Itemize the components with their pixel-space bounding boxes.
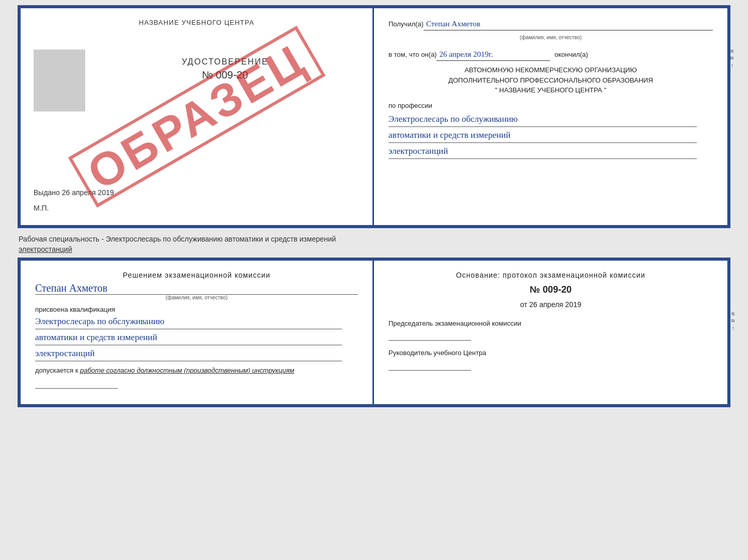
head-label: Руководитель учебного Центра bbox=[388, 348, 713, 358]
admitted-text: работе согласно должностным (производств… bbox=[80, 366, 294, 374]
qual-line1: Электрослесарь по обслуживанию bbox=[35, 315, 342, 329]
cert-number: № 009-20 bbox=[90, 69, 360, 81]
admitted-label: допускается к работе согласно должностны… bbox=[35, 366, 358, 374]
org-line2: ДОПОЛНИТЕЛЬНОГО ПРОФЕССИОНАЛЬНОГО ОБРАЗО… bbox=[388, 75, 713, 86]
qual-line3: электростанций bbox=[35, 347, 342, 361]
inthat-label: в том, что он(а) bbox=[388, 50, 437, 60]
cert-middle: УДОСТОВЕРЕНИЕ № 009-20 bbox=[90, 57, 360, 81]
top-doc-left: НАЗВАНИЕ УЧЕБНОГО ЦЕНТРА УДОСТОВЕРЕНИЕ №… bbox=[21, 8, 374, 225]
issued-date: 26 апреля 2019 bbox=[62, 188, 114, 197]
finished-label: окончил(а) bbox=[554, 50, 588, 60]
received-name: Степан Ахметов bbox=[424, 18, 713, 30]
qual-line2: автоматики и средств измерений bbox=[35, 331, 342, 345]
date-value-top: 26 апреля 2019г. bbox=[437, 48, 550, 61]
head-sign-line bbox=[388, 360, 471, 371]
top-left-title: НАЗВАНИЕ УЧЕБНОГО ЦЕНТРА bbox=[34, 19, 360, 26]
protocol-num: № 009-20 bbox=[388, 284, 713, 295]
subtitle-line2: электростанций bbox=[19, 245, 72, 253]
received-row: Получил(а) Степан Ахметов bbox=[388, 18, 713, 30]
profession-line3: электростанций bbox=[388, 145, 697, 159]
cert-title: УДОСТОВЕРЕНИЕ bbox=[90, 57, 360, 67]
komissia-title: Решением экзаменационной комиссии bbox=[35, 271, 358, 279]
top-doc-right: Получил(а) Степан Ахметов (фамилия, имя,… bbox=[374, 8, 727, 225]
date-prefix: от bbox=[520, 300, 527, 309]
admitted-label-text: допускается к bbox=[35, 366, 78, 374]
chairman-sign-line bbox=[388, 330, 471, 341]
side-text-top: и а ← bbox=[727, 50, 737, 70]
bottom-name: Степан Ахметов bbox=[35, 282, 358, 295]
org-line3: " НАЗВАНИЕ УЧЕБНОГО ЦЕНТРА " bbox=[388, 85, 713, 95]
profession-line2: автоматики и средств измерений bbox=[388, 129, 697, 143]
kvalif-label: присвоена квалификация bbox=[35, 306, 358, 313]
bottom-left-sign-line bbox=[35, 378, 118, 389]
org-line1: АВТОНОМНУЮ НЕКОММЕРЧЕСКУЮ ОРГАНИЗАЦИЮ bbox=[388, 65, 713, 75]
subtitle-line1: Рабочая специальность - Электрослесарь п… bbox=[19, 235, 336, 243]
issued-label: Выдано bbox=[34, 188, 60, 197]
bottom-name-sublabel: (фамилия, имя, отчество) bbox=[35, 295, 358, 300]
date-value-bottom: 26 апреля 2019 bbox=[529, 300, 582, 309]
inthat-row: в том, что он(а) 26 апреля 2019г. окончи… bbox=[388, 48, 713, 61]
obrazets-watermark: ОБРАЗЕЦ bbox=[68, 26, 325, 207]
date-line: от 26 апреля 2019 bbox=[388, 300, 713, 309]
side-text-bottom: и а ← bbox=[730, 312, 737, 332]
subtitle-area: Рабочая специальность - Электрослесарь п… bbox=[19, 234, 731, 254]
issued-line: Выдано 26 апреля 2019 bbox=[34, 188, 114, 197]
received-label: Получил(а) bbox=[388, 19, 424, 30]
osnov-text: Основание: протокол экзаменационной коми… bbox=[388, 271, 713, 279]
bottom-doc-left: Решением экзаменационной комиссии Степан… bbox=[21, 261, 374, 404]
profession-label: по профессии bbox=[388, 101, 713, 111]
org-name: АВТОНОМНУЮ НЕКОММЕРЧЕСКУЮ ОРГАНИЗАЦИЮ ДО… bbox=[388, 65, 713, 95]
bottom-document: Решением экзаменационной комиссии Степан… bbox=[18, 258, 730, 407]
top-document: НАЗВАНИЕ УЧЕБНОГО ЦЕНТРА УДОСТОВЕРЕНИЕ №… bbox=[18, 5, 730, 228]
photo-placeholder bbox=[34, 50, 85, 111]
chairman-label: Председатель экзаменационной комиссии bbox=[388, 319, 713, 328]
name-sublabel-top: (фамилия, имя, отчество) bbox=[388, 34, 713, 42]
bottom-doc-right: Основание: протокол экзаменационной коми… bbox=[374, 261, 727, 404]
profession-line1: Электрослесарь по обслуживанию bbox=[388, 113, 697, 127]
mp-line: М.П. bbox=[34, 204, 49, 212]
